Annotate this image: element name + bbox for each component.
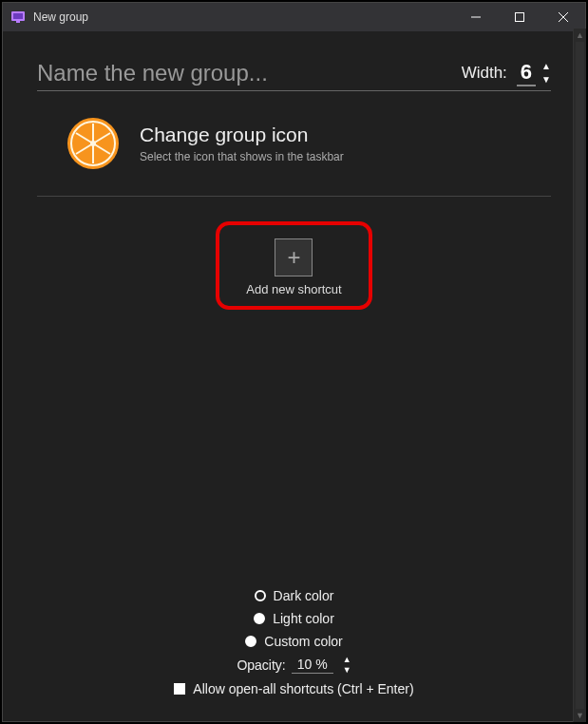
radio-icon — [245, 636, 256, 647]
scroll-up-arrow[interactable]: ▲ — [574, 29, 586, 42]
width-spinner: ▲ ▼ — [541, 64, 551, 83]
orange-icon — [66, 116, 121, 171]
width-value[interactable]: 6 — [517, 60, 536, 86]
app-icon — [10, 10, 26, 25]
opacity-label: Opacity: — [237, 657, 285, 673]
opacity-row: Opacity: 10 % ▲ ▼ — [237, 657, 351, 674]
svg-point-15 — [90, 141, 96, 146]
shortcut-area: + Add new shortcut — [37, 221, 551, 588]
name-width-row: Width: 6 ▲ ▼ — [37, 60, 551, 91]
minimize-button[interactable] — [454, 3, 498, 31]
opacity-value[interactable]: 10 % — [292, 657, 333, 674]
light-color-radio[interactable]: Light color — [254, 611, 334, 626]
opacity-spinner: ▲ ▼ — [343, 657, 351, 674]
vertical-scrollbar[interactable]: ▲ ▼ — [573, 29, 586, 722]
titlebar: New group — [3, 3, 585, 31]
change-icon-subtitle: Select the icon that shows in the taskba… — [140, 150, 344, 163]
change-icon-row[interactable]: Change group icon Select the icon that s… — [37, 116, 551, 197]
close-button[interactable] — [541, 3, 585, 31]
maximize-button[interactable] — [498, 3, 541, 31]
radio-icon — [254, 613, 265, 624]
scroll-down-arrow[interactable]: ▼ — [574, 709, 586, 722]
new-group-window: New group Width: 6 ▲ ▼ — [2, 2, 586, 722]
checkbox-label: Allow open-all shortcuts (Ctrl + Enter) — [193, 681, 413, 696]
width-increase-button[interactable]: ▲ — [541, 64, 551, 69]
opacity-increase-button[interactable]: ▲ — [343, 657, 351, 663]
svg-rect-4 — [516, 13, 524, 22]
radio-label: Custom color — [264, 634, 342, 649]
svg-rect-2 — [16, 21, 20, 23]
plus-icon: + — [287, 244, 300, 271]
add-shortcut-button[interactable]: + — [275, 238, 313, 276]
appearance-options: Dark color Light color Custom color Opac… — [37, 588, 551, 702]
scrollbar-thumb[interactable] — [576, 42, 584, 709]
allow-open-all-checkbox[interactable]: Allow open-all shortcuts (Ctrl + Enter) — [174, 681, 413, 696]
svg-rect-1 — [13, 13, 23, 19]
change-icon-title: Change group icon — [140, 124, 344, 146]
custom-color-radio[interactable]: Custom color — [245, 634, 342, 649]
add-shortcut-label: Add new shortcut — [246, 282, 341, 296]
radio-label: Dark color — [274, 588, 334, 603]
change-icon-text: Change group icon Select the icon that s… — [140, 124, 344, 163]
dark-color-radio[interactable]: Dark color — [255, 588, 334, 603]
add-shortcut-highlight: + Add new shortcut — [216, 221, 371, 310]
group-name-input[interactable] — [37, 60, 462, 86]
opacity-decrease-button[interactable]: ▼ — [343, 667, 351, 674]
width-decrease-button[interactable]: ▼ — [541, 77, 551, 83]
checkbox-icon — [174, 683, 185, 695]
content-area: Width: 6 ▲ ▼ — [3, 31, 585, 721]
radio-label: Light color — [273, 611, 334, 626]
radio-icon — [255, 590, 266, 601]
width-label: Width: — [462, 64, 507, 83]
window-controls — [454, 3, 585, 31]
window-title: New group — [33, 10, 454, 24]
